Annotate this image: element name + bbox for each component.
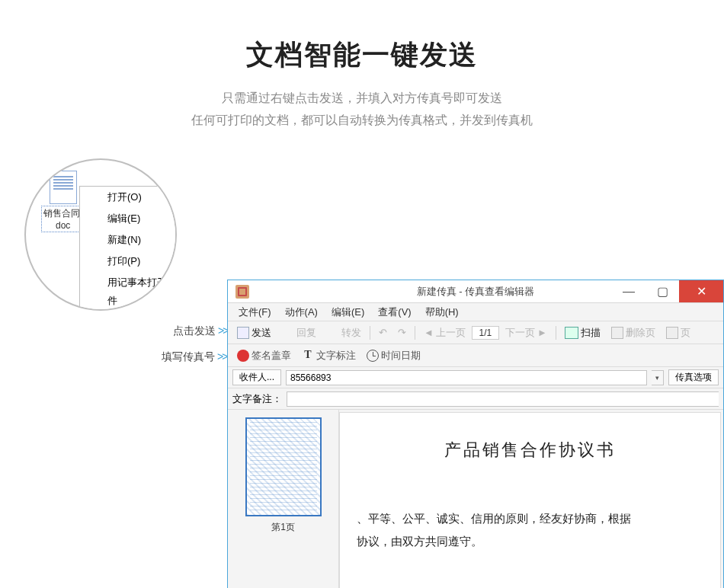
toolbar-annotate: 签名盖章 T文字标注 时间日期 bbox=[228, 344, 723, 367]
text-mark-button[interactable]: T文字标注 bbox=[297, 347, 360, 364]
menu-edit-top[interactable]: 编辑(E) bbox=[325, 305, 370, 319]
menu-edit[interactable]: 编辑(E) bbox=[80, 208, 177, 229]
menu-view[interactable]: 查看(V) bbox=[372, 305, 417, 319]
send-icon bbox=[237, 327, 249, 339]
subtitle-line-2: 任何可打印的文档，都可以自动转换为传真格式，并发到传真机 bbox=[0, 110, 724, 132]
menu-action[interactable]: 动作(A) bbox=[279, 305, 324, 319]
delete-page-button[interactable]: 删除页 bbox=[607, 324, 660, 341]
subtitle-line-1: 只需通过右键点击发送，并填入对方传真号即可发送 bbox=[0, 88, 724, 110]
recipient-button[interactable]: 收件人... bbox=[232, 369, 281, 385]
menu-new[interactable]: 新建(N) bbox=[80, 229, 177, 251]
note-input[interactable] bbox=[287, 391, 719, 407]
rotate-left-button[interactable]: ↶ bbox=[374, 325, 392, 340]
magnifier-view: 销售合同. doc 打开(O) 编辑(E) 新建(N) 打印(P) 用记事本打开… bbox=[24, 158, 177, 311]
scan-button[interactable]: 扫描 bbox=[560, 324, 605, 341]
note-row: 文字备注： bbox=[228, 388, 723, 410]
recipient-dropdown[interactable]: ▾ bbox=[652, 370, 664, 385]
titlebar: 新建传真 - 传真查看编辑器 — ▢ ✕ bbox=[228, 280, 723, 303]
menu-help[interactable]: 帮助(H) bbox=[419, 305, 465, 319]
document-view: 产品销售合作协议书 、平等、公平、诚实、信用的原则，经友好协商，根据 协议，由双… bbox=[339, 412, 721, 588]
page-indicator: 1/1 bbox=[472, 326, 499, 340]
doc-title: 产品销售合作协议书 bbox=[361, 439, 699, 462]
maximize-button[interactable]: ▢ bbox=[646, 280, 679, 302]
toolbar-main: 发送 回复 转发 ↶ ↷ ◄ 上一页 1/1 下一页 ► 扫描 删除页 页 bbox=[228, 321, 723, 344]
clock-icon bbox=[367, 350, 379, 362]
next-page-button: 下一页 ► bbox=[501, 324, 552, 341]
document-icon bbox=[50, 171, 77, 204]
datetime-button[interactable]: 时间日期 bbox=[362, 347, 425, 364]
desktop-file[interactable]: 销售合同. doc bbox=[41, 171, 85, 232]
page-button[interactable]: 页 bbox=[662, 324, 695, 341]
thumbnail-label: 第1页 bbox=[235, 521, 331, 534]
forward-icon bbox=[327, 327, 339, 339]
scan-icon bbox=[565, 327, 578, 339]
forward-button: 转发 bbox=[322, 324, 366, 341]
app-icon bbox=[235, 285, 249, 299]
text-icon: T bbox=[302, 350, 314, 362]
prev-page-button: ◄ 上一页 bbox=[419, 324, 470, 341]
content-area: 第1页 产品销售合作协议书 、平等、公平、诚实、信用的原则，经友好协商，根据 协… bbox=[228, 410, 723, 588]
stamp-button[interactable]: 签名盖章 bbox=[232, 347, 296, 364]
page-icon bbox=[666, 327, 678, 339]
page-title: 文档智能一键发送 bbox=[0, 37, 724, 74]
reply-icon bbox=[282, 327, 294, 339]
stamp-icon bbox=[237, 350, 249, 362]
rotate-right-button[interactable]: ↷ bbox=[393, 325, 411, 340]
menu-open[interactable]: 打开(O) bbox=[80, 187, 177, 208]
recipient-input[interactable] bbox=[286, 370, 647, 385]
recipient-row: 收件人... ▾ 传真选项 bbox=[228, 367, 723, 388]
fax-editor-window: 新建传真 - 传真查看编辑器 — ▢ ✕ 文件(F) 动作(A) 编辑(E) 查… bbox=[227, 280, 724, 588]
send-button[interactable]: 发送 bbox=[232, 324, 276, 341]
menu-print[interactable]: 打印(P) bbox=[80, 251, 177, 272]
context-menu: 打开(O) 编辑(E) 新建(N) 打印(P) 用记事本打开该文件 发送传真 打… bbox=[79, 186, 177, 311]
menu-open-notepad[interactable]: 用记事本打开该文件 bbox=[80, 272, 177, 311]
reply-button: 回复 bbox=[277, 324, 321, 341]
callout-click-send: 点击发送>> bbox=[173, 324, 227, 338]
doc-line-2: 协议，由双方共同遵守。 bbox=[361, 530, 699, 553]
note-label: 文字备注： bbox=[232, 392, 282, 406]
delete-icon bbox=[611, 327, 623, 339]
fax-options-button[interactable]: 传真选项 bbox=[668, 369, 719, 385]
page-thumbnail[interactable] bbox=[245, 417, 322, 516]
minimize-button[interactable]: — bbox=[612, 280, 646, 302]
menu-file[interactable]: 文件(F) bbox=[232, 305, 277, 319]
thumbnail-panel: 第1页 bbox=[228, 410, 339, 588]
menubar: 文件(F) 动作(A) 编辑(E) 查看(V) 帮助(H) bbox=[228, 303, 723, 321]
callout-fill-number: 填写传真号>> bbox=[162, 350, 226, 364]
doc-line-1: 、平等、公平、诚实、信用的原则，经友好协商，根据 bbox=[361, 507, 699, 530]
close-button[interactable]: ✕ bbox=[679, 280, 723, 302]
